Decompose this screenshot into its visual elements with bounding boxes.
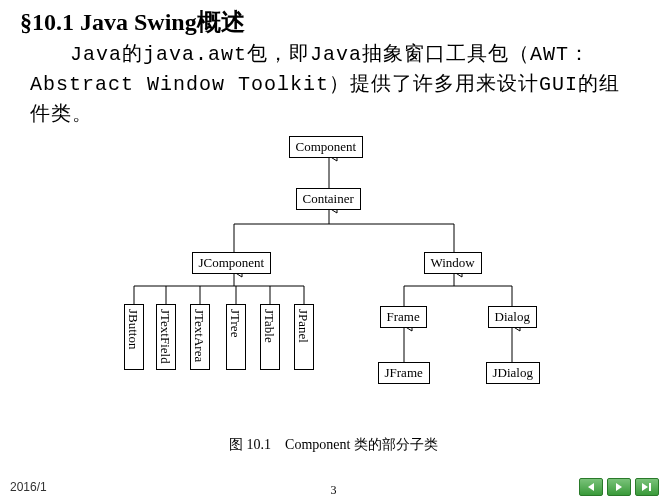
node-jtable: JTable [260,304,280,370]
triangle-right-bar-icon [641,482,653,492]
node-component: Component [289,136,364,158]
node-jdialog: JDialog [486,362,540,384]
figure-caption: 图 10.1 Component 类的部分子类 [0,436,667,454]
diagram-connectors [104,134,564,434]
nav-end-button[interactable] [635,478,659,496]
class-hierarchy-diagram: Component Container JComponent Window Fr… [104,134,564,434]
nav-controls [579,478,659,496]
section-title: §10.1 Java Swing概述 [0,0,667,40]
node-jframe: JFrame [378,362,430,384]
node-frame: Frame [380,306,427,328]
svg-rect-19 [649,483,651,491]
page-number: 3 [331,483,337,498]
node-jtextfield: JTextField [156,304,176,370]
node-jtextarea: JTextArea [190,304,210,370]
footer-date: 2016/1 [10,480,47,494]
node-container: Container [296,188,361,210]
node-jbutton: JButton [124,304,144,370]
node-dialog: Dialog [488,306,537,328]
node-jtree: JTree [226,304,246,370]
triangle-right-icon [614,482,624,492]
triangle-left-icon [586,482,596,492]
node-window: Window [424,252,482,274]
paragraph: Java的java.awt包，即Java抽象窗口工具包（AWT：Abstract… [0,40,667,130]
nav-prev-button[interactable] [579,478,603,496]
node-jpanel: JPanel [294,304,314,370]
node-jcomponent: JComponent [192,252,272,274]
nav-next-button[interactable] [607,478,631,496]
